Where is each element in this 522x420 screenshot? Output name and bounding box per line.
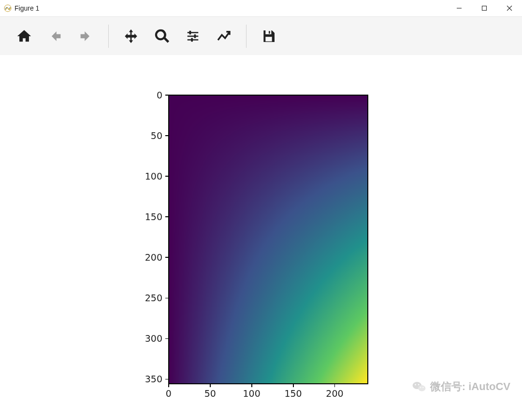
figure-canvas[interactable]: 050100150200050100150200250300350 [0,55,522,420]
toolbar-separator [108,25,109,48]
y-tick-mark [165,176,168,177]
x-tick-label: 0 [166,388,172,399]
svg-rect-2 [482,6,487,11]
mpl-toolbar [0,17,522,56]
x-tick-mark [210,384,211,387]
heatmap-image [169,96,367,383]
y-tick-label: 50 [151,130,162,141]
y-tick-mark [165,135,168,136]
edit-plot-button[interactable] [208,22,239,51]
y-tick-mark [165,379,168,380]
svg-rect-10 [191,38,193,42]
save-button[interactable] [253,22,284,51]
axes-image [168,95,368,384]
svg-rect-8 [189,31,191,35]
y-tick-mark [165,338,168,339]
toolbar-separator [246,25,246,48]
x-tick-mark [251,384,252,387]
y-tick-label: 100 [145,171,162,182]
x-tick-mark [334,384,335,387]
svg-rect-5 [188,32,199,33]
pan-button[interactable] [116,22,146,51]
x-tick-label: 150 [284,388,302,399]
y-tick-mark [165,257,168,258]
y-tick-label: 300 [145,333,162,344]
y-tick-label: 0 [157,90,162,100]
window-controls [447,0,522,16]
window-title: Figure 1 [14,4,39,12]
x-tick-label: 50 [204,388,216,399]
home-button[interactable] [9,22,40,51]
maximize-button[interactable] [472,0,497,16]
x-tick-mark [293,384,294,387]
y-tick-label: 250 [145,293,162,303]
x-tick-label: 200 [326,388,343,399]
titlebar-left: Figure 1 [4,4,39,12]
app-icon [4,4,12,12]
svg-rect-9 [194,34,196,38]
zoom-button[interactable] [146,22,177,51]
x-tick-mark [168,384,169,387]
close-button[interactable] [497,0,522,16]
y-tick-mark [165,216,168,217]
window-titlebar: Figure 1 [0,0,522,17]
back-button[interactable] [40,22,71,51]
y-tick-mark [165,95,168,96]
forward-button[interactable] [71,22,102,51]
x-tick-label: 100 [243,388,261,399]
minimize-button[interactable] [447,0,472,16]
y-tick-mark [165,298,168,299]
svg-rect-6 [188,36,199,37]
y-tick-label: 150 [145,211,162,222]
y-tick-label: 200 [145,252,162,263]
configure-subplots-button[interactable] [177,22,208,51]
y-tick-label: 350 [145,374,162,384]
